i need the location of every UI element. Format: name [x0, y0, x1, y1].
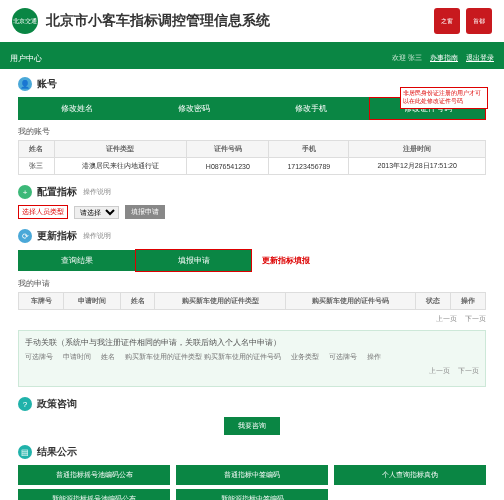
nav-logout-link[interactable]: 退出登录: [466, 53, 494, 63]
modify-phone-button[interactable]: 修改手机: [252, 97, 369, 120]
nav-guide-link[interactable]: 办事指南: [430, 53, 458, 63]
result-btn-3[interactable]: 个人查询指标真伪: [334, 465, 486, 485]
section-account: 👤 账号 修改姓名 修改密码 修改手机 修改证件号码 非居民身份证注册的用户才可…: [18, 77, 486, 175]
my-account-label: 我的账号: [18, 126, 486, 137]
person-type-select[interactable]: 请选择: [74, 206, 119, 219]
result-btn-4[interactable]: 新能源指标摇号池编码公布: [18, 489, 170, 500]
section-config: + 配置指标 操作说明 选择人员类型 请选择 填报申请: [18, 185, 486, 219]
header: 北京交通 北京市小客车指标调控管理信息系统 之窗 首都: [0, 0, 504, 47]
query-result-button[interactable]: 查询结果: [18, 250, 135, 271]
user-icon: 👤: [18, 77, 32, 91]
navbar: 用户中心 欢迎 张三 办事指南 退出登录: [0, 47, 504, 69]
fill-apply-button[interactable]: 填报申请: [135, 249, 252, 272]
next-page[interactable]: 下一页: [465, 314, 486, 324]
update-sub[interactable]: 操作说明: [83, 231, 111, 241]
logo-icon: 北京交通: [12, 8, 38, 34]
result-title: 结果公示: [37, 445, 77, 459]
update-red-note: 更新指标填报: [262, 255, 310, 266]
table-row: 张三 港澳居民来往内地通行证 H0876541230 17123456789 2…: [19, 158, 486, 175]
panel-prev[interactable]: 上一页: [429, 366, 450, 376]
modify-name-button[interactable]: 修改姓名: [18, 97, 135, 120]
welcome-text: 欢迎 张三: [392, 53, 422, 63]
my-apply-label: 我的申请: [18, 278, 486, 289]
apply-table: 车牌号 申请时间 姓名 购买新车使用的证件类型 购买新车使用的证件号码 状态 操…: [18, 292, 486, 310]
result-btn-1[interactable]: 普通指标摇号池编码公布: [18, 465, 170, 485]
refresh-icon: ⟳: [18, 229, 32, 243]
config-title: 配置指标: [37, 185, 77, 199]
th-regtime: 注册时间: [349, 141, 486, 158]
consult-button[interactable]: 我要咨询: [224, 417, 280, 435]
policy-title: 政策咨询: [37, 397, 77, 411]
th-idno: 证件号码: [187, 141, 269, 158]
seal-icon-2: 首都: [466, 8, 492, 34]
manual-link-panel: 手动关联（系统中与我注册证件相同的申请，关联后纳入个人名中申请） 可选牌号 申请…: [18, 330, 486, 387]
section-policy: ? 政策咨询 我要咨询: [18, 397, 486, 435]
modify-password-button[interactable]: 修改密码: [135, 97, 252, 120]
plus-icon: +: [18, 185, 32, 199]
seal-icon-1: 之窗: [434, 8, 460, 34]
panel-title: 手动关联（系统中与我注册证件相同的申请，关联后纳入个人名中申请）: [25, 337, 479, 348]
page-title: 北京市小客车指标调控管理信息系统: [46, 12, 428, 30]
result-btn-5[interactable]: 新能源指标中签编码: [176, 489, 328, 500]
account-title: 账号: [37, 77, 57, 91]
callout-idcard: 非居民身份证注册的用户才可以在此处修改证件号码: [400, 87, 488, 109]
th-name: 姓名: [19, 141, 55, 158]
result-btn-2[interactable]: 普通指标中签编码: [176, 465, 328, 485]
section-result: ▤ 结果公示 普通指标摇号池编码公布 普通指标中签编码 个人查询指标真伪 新能源…: [18, 445, 486, 500]
config-apply-button[interactable]: 填报申请: [125, 205, 165, 219]
section-update: ⟳ 更新指标 操作说明 查询结果 填报申请 更新指标填报 我的申请 车牌号 申请…: [18, 229, 486, 387]
panel-next[interactable]: 下一页: [458, 366, 479, 376]
nav-user-center[interactable]: 用户中心: [10, 53, 42, 64]
chat-icon: ?: [18, 397, 32, 411]
account-table: 姓名 证件类型 证件号码 手机 注册时间 张三 港澳居民来往内地通行证 H087…: [18, 140, 486, 175]
th-idtype: 证件类型: [54, 141, 187, 158]
th-phone: 手机: [269, 141, 349, 158]
person-type-label: 选择人员类型: [18, 205, 68, 219]
config-sub[interactable]: 操作说明: [83, 187, 111, 197]
list-icon: ▤: [18, 445, 32, 459]
prev-page[interactable]: 上一页: [436, 314, 457, 324]
update-title: 更新指标: [37, 229, 77, 243]
